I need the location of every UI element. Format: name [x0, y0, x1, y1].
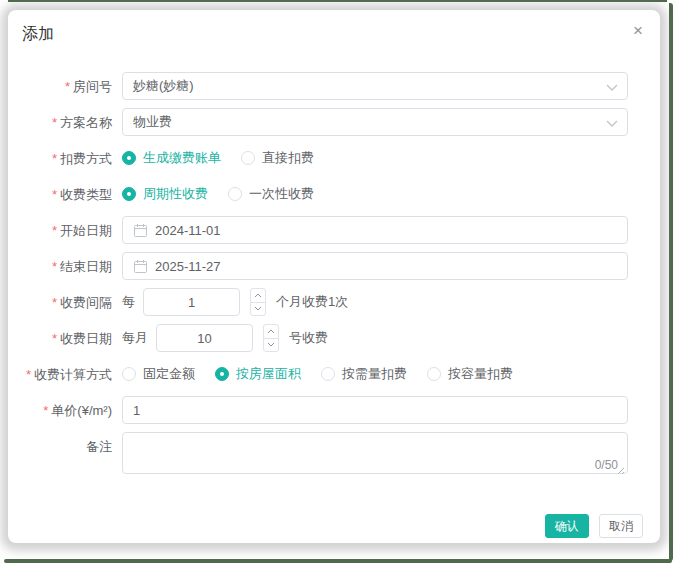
- radio-checked-icon: [215, 367, 229, 381]
- calendar-icon: [133, 223, 148, 238]
- add-dialog: 添加 × *房间号 妙糖(妙糖) *方案名称 物业费: [8, 10, 660, 543]
- step-up-button[interactable]: [251, 289, 265, 302]
- radio-unchecked-icon: [241, 151, 255, 165]
- unit-price-input[interactable]: [122, 396, 628, 424]
- radio-checked-icon: [122, 151, 136, 165]
- close-icon[interactable]: ×: [629, 22, 647, 40]
- charge-day-prefix: 每月: [122, 329, 148, 347]
- charge-day-stepper[interactable]: [263, 324, 279, 352]
- dialog-footer: 确认 取消: [8, 514, 660, 538]
- required-marker: *: [52, 331, 57, 346]
- radio-direct-deduct[interactable]: 直接扣费: [241, 149, 314, 167]
- form-row-charge-type: *收费类型 周期性收费 一次性收费: [8, 180, 660, 208]
- char-counter: 0/50: [595, 458, 618, 472]
- step-down-button[interactable]: [251, 302, 265, 316]
- charge-day-suffix: 号收费: [289, 329, 328, 347]
- interval-stepper[interactable]: [250, 288, 266, 316]
- required-marker: *: [52, 259, 57, 274]
- deduct-method-label: *扣费方式: [8, 151, 122, 166]
- charge-type-label-text: 收费类型: [60, 187, 112, 202]
- charge-day-label-text: 收费日期: [60, 331, 112, 346]
- radio-periodic-charge-label: 周期性收费: [143, 185, 208, 203]
- radio-onetime-charge[interactable]: 一次性收费: [228, 185, 314, 203]
- end-date-label-text: 结束日期: [60, 259, 112, 274]
- calc-method-label-text: 收费计算方式: [34, 367, 112, 382]
- radio-generate-bill-label: 生成缴费账单: [143, 149, 221, 167]
- form-row-calc-method: *收费计算方式 固定金额 按房屋面积 按需量扣费 按容量扣费: [8, 360, 660, 388]
- radio-generate-bill[interactable]: 生成缴费账单: [122, 149, 221, 167]
- required-marker: *: [52, 295, 57, 310]
- radio-unchecked-icon: [122, 367, 136, 381]
- form-row-remark: 备注 0/50: [8, 432, 660, 478]
- form-row-deduct-method: *扣费方式 生成缴费账单 直接扣费: [8, 144, 660, 172]
- room-label: *房间号: [8, 79, 122, 94]
- radio-unchecked-icon: [321, 367, 335, 381]
- required-marker: *: [43, 403, 48, 418]
- radio-by-demand[interactable]: 按需量扣费: [321, 365, 407, 383]
- required-marker: *: [52, 187, 57, 202]
- form-row-room: *房间号 妙糖(妙糖): [8, 72, 660, 100]
- form-row-charge-day: *收费日期 每月 号收费: [8, 324, 660, 352]
- start-date-picker[interactable]: 2024-11-01: [122, 216, 628, 244]
- confirm-button[interactable]: 确认: [545, 514, 589, 538]
- charge-type-label: *收费类型: [8, 187, 122, 202]
- form-row-interval: *收费间隔 每 个月收费1次: [8, 288, 660, 316]
- chevron-down-icon: [606, 84, 618, 91]
- form-row-plan: *方案名称 物业费: [8, 108, 660, 136]
- start-date-label-text: 开始日期: [60, 223, 112, 238]
- unit-price-label: *单价(¥/m²): [8, 403, 122, 418]
- required-marker: *: [26, 367, 31, 382]
- radio-by-capacity-label: 按容量扣费: [448, 365, 513, 383]
- form-row-start-date: *开始日期 2024-11-01: [8, 216, 660, 244]
- calendar-icon: [133, 259, 148, 274]
- radio-unchecked-icon: [427, 367, 441, 381]
- radio-by-house-area-label: 按房屋面积: [236, 365, 301, 383]
- radio-by-house-area[interactable]: 按房屋面积: [215, 365, 301, 383]
- resize-handle-icon[interactable]: [616, 466, 625, 475]
- cancel-button[interactable]: 取消: [599, 514, 643, 538]
- dialog-body: *房间号 妙糖(妙糖) *方案名称 物业费 *扣费方式: [8, 46, 660, 478]
- radio-direct-deduct-label: 直接扣费: [262, 149, 314, 167]
- room-label-text: 房间号: [73, 79, 112, 94]
- page-edge-right: [669, 3, 673, 561]
- required-marker: *: [52, 223, 57, 238]
- remark-label-text: 备注: [86, 439, 112, 454]
- room-select[interactable]: 妙糖(妙糖): [122, 72, 628, 100]
- charge-day-input[interactable]: [156, 324, 253, 352]
- plan-select[interactable]: 物业费: [122, 108, 628, 136]
- radio-unchecked-icon: [228, 187, 242, 201]
- room-select-value: 妙糖(妙糖): [133, 77, 194, 95]
- dialog-header: 添加 ×: [8, 10, 660, 46]
- end-date-picker[interactable]: 2025-11-27: [122, 252, 628, 280]
- plan-label: *方案名称: [8, 115, 122, 130]
- form-row-unit-price: *单价(¥/m²): [8, 396, 660, 424]
- start-date-label: *开始日期: [8, 223, 122, 238]
- dialog-title: 添加: [22, 25, 54, 42]
- end-date-label: *结束日期: [8, 259, 122, 274]
- plan-label-text: 方案名称: [60, 115, 112, 130]
- end-date-value: 2025-11-27: [155, 259, 221, 274]
- form-row-end-date: *结束日期 2025-11-27: [8, 252, 660, 280]
- radio-fixed-amount[interactable]: 固定金额: [122, 365, 195, 383]
- page-edge-bottom: [4, 559, 672, 563]
- interval-input[interactable]: [143, 288, 240, 316]
- remark-label: 备注: [8, 432, 122, 454]
- required-marker: *: [52, 151, 57, 166]
- radio-by-capacity[interactable]: 按容量扣费: [427, 365, 513, 383]
- step-up-button[interactable]: [264, 325, 278, 338]
- plan-select-value: 物业费: [133, 113, 172, 131]
- calc-method-label: *收费计算方式: [8, 367, 122, 382]
- radio-by-demand-label: 按需量扣费: [342, 365, 407, 383]
- page-edge-top: [8, 0, 667, 2]
- required-marker: *: [65, 79, 70, 94]
- radio-periodic-charge[interactable]: 周期性收费: [122, 185, 208, 203]
- remark-textarea[interactable]: [122, 432, 628, 474]
- step-down-button[interactable]: [264, 338, 278, 352]
- interval-suffix: 个月收费1次: [276, 293, 348, 311]
- deduct-method-label-text: 扣费方式: [60, 151, 112, 166]
- chevron-down-icon: [606, 120, 618, 127]
- radio-checked-icon: [122, 187, 136, 201]
- unit-price-label-text: 单价(¥/m²): [51, 403, 112, 418]
- charge-day-label: *收费日期: [8, 331, 122, 346]
- radio-onetime-charge-label: 一次性收费: [249, 185, 314, 203]
